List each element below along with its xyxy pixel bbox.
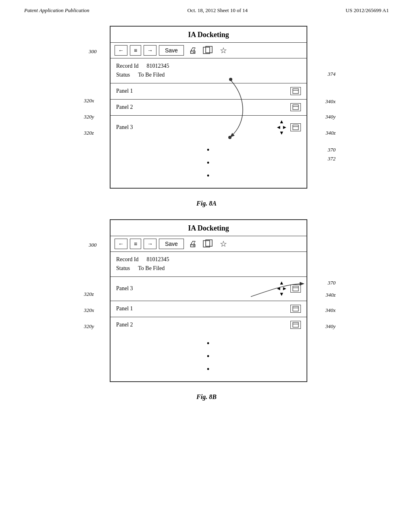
panel-row-2-8b: Panel 2 (111, 317, 307, 333)
fig-8b-toolbar: ← ≡ → Save 🖨 ☆ (111, 236, 307, 252)
print-icon-8b: 🖨 (186, 239, 199, 249)
label-340x-8a: 340x (325, 98, 336, 105)
star-icon-8a: ☆ (217, 45, 230, 56)
panel-1-label-8a: Panel 1 (116, 88, 290, 94)
fig-8b-caption: Fig. 8B (196, 393, 217, 401)
panel-row-1-8b: Panel 1 (111, 301, 307, 317)
panel-row-2-8a: Panel 2 (111, 99, 307, 115)
menu-button-8b[interactable]: ≡ (130, 239, 141, 249)
label-300-8a: 300 (89, 48, 97, 55)
print-icon-8a: 🖨 (186, 45, 199, 56)
label-370-8a: 370 (328, 147, 336, 153)
header-right: US 2012/265699 A1 (346, 7, 389, 14)
label-340x-8b: 340x (325, 307, 336, 314)
label-320y-8b: 320y (84, 323, 94, 330)
label-300-8b: 300 (89, 242, 97, 248)
panel-3-label-8b: Panel 3 (116, 285, 276, 292)
record-id-label-8b: Record Id (116, 255, 139, 264)
forward-button-8b[interactable]: → (144, 239, 156, 249)
fig-8a-dots: ••• (111, 139, 307, 188)
record-id-label-8a: Record Id (116, 62, 139, 71)
fig-8a-diagram-wrapper: IA Docketing ← ≡ → Save 🖨 (77, 26, 336, 195)
fig-8b-diagram-wrapper: IA Docketing ← ≡ → Save 🖨 (77, 219, 336, 389)
svg-rect-2 (293, 89, 298, 94)
back-button-8b[interactable]: ← (115, 239, 127, 249)
fig-8a-caption: Fig. 8A (196, 200, 217, 207)
label-340z-8b: 340z (325, 292, 336, 298)
label-340y-8b: 340y (325, 323, 336, 330)
fig-8a-block: IA Docketing ← ≡ → Save 🖨 (24, 26, 389, 207)
label-320x-8a: 320x (84, 98, 94, 104)
fig-8a-app-window: IA Docketing ← ≡ → Save 🖨 (110, 26, 307, 189)
label-320y-8a: 320y (84, 114, 94, 120)
panel-2-expand-8a[interactable] (290, 103, 301, 111)
menu-button-8a[interactable]: ≡ (130, 45, 141, 56)
copy-icon-8a (202, 45, 215, 56)
panel-row-3-8b: Panel 3 ▲ ◄► ▼ (111, 276, 307, 301)
save-button-8b[interactable]: Save (159, 239, 184, 249)
status-label-8a: Status (116, 71, 130, 79)
header-center: Oct. 18, 2012 Sheet 10 of 14 (188, 7, 248, 14)
svg-rect-14 (293, 306, 298, 311)
panel-2-label-8a: Panel 2 (116, 104, 290, 110)
svg-rect-16 (293, 322, 298, 327)
move-arrows-8b: ▲ ◄► ▼ (276, 280, 287, 297)
panel-2-label-8b: Panel 2 (116, 322, 290, 328)
label-320x-8b: 320x (84, 307, 94, 314)
panel-row-3-8a: Panel 3 ▲ ◄► ▼ (111, 115, 307, 139)
label-340y-8a: 340y (325, 114, 336, 120)
save-button-8a[interactable]: Save (159, 45, 184, 56)
panel-1-expand-8a[interactable] (290, 87, 301, 95)
fig-8a-toolbar: ← ≡ → Save 🖨 (111, 43, 307, 58)
panel-row-1-8a: Panel 1 (111, 83, 307, 99)
header-left: Patent Application Publication (24, 7, 90, 14)
panel-2-expand-8b[interactable] (290, 321, 301, 329)
fig-8b-dots: ••• (111, 333, 307, 381)
back-button-8a[interactable]: ← (115, 45, 127, 56)
label-320z-8a: 320z (84, 130, 94, 136)
star-icon-8b: ☆ (217, 239, 230, 249)
panel-1-label-8b: Panel 1 (116, 305, 290, 312)
panel-3-expand-8a[interactable] (290, 123, 301, 131)
status-label-8b: Status (116, 264, 130, 273)
record-id-value-8a: 81012345 (147, 62, 169, 71)
label-340z-8a: 340z (325, 130, 336, 136)
page-header: Patent Application Publication Oct. 18, … (0, 0, 413, 18)
label-370-8b: 370 (328, 280, 336, 286)
panel-1-expand-8b[interactable] (290, 305, 301, 313)
copy-icon-8b (202, 239, 215, 249)
fig-8a-info: Record Id 81012345 Status To Be Filed (111, 58, 307, 83)
record-id-value-8b: 81012345 (147, 255, 169, 264)
panel-3-expand-8b[interactable] (290, 285, 301, 293)
status-value-8b: To Be Filed (138, 264, 165, 273)
fig-8b-title: IA Docketing (111, 220, 307, 236)
label-374-8a: 374 (328, 71, 336, 77)
label-320z-8b: 320z (84, 291, 94, 297)
fig-8b-app-window: IA Docketing ← ≡ → Save 🖨 (110, 219, 307, 382)
label-372-8a: 372 (328, 156, 336, 162)
fig-8a-title: IA Docketing (111, 27, 307, 43)
main-content: IA Docketing ← ≡ → Save 🖨 (0, 18, 413, 417)
svg-rect-4 (293, 105, 298, 110)
panel-3-label-8a: Panel 3 (116, 124, 276, 131)
svg-rect-12 (293, 286, 298, 291)
svg-rect-6 (293, 125, 298, 130)
move-arrows-8a: ▲ ◄► ▼ (276, 119, 287, 136)
fig-8b-block: IA Docketing ← ≡ → Save 🖨 (24, 219, 389, 401)
status-value-8a: To Be Filed (138, 71, 165, 79)
fig-8b-info: Record Id 81012345 Status To Be Filed (111, 252, 307, 276)
forward-button-8a[interactable]: → (144, 45, 156, 56)
